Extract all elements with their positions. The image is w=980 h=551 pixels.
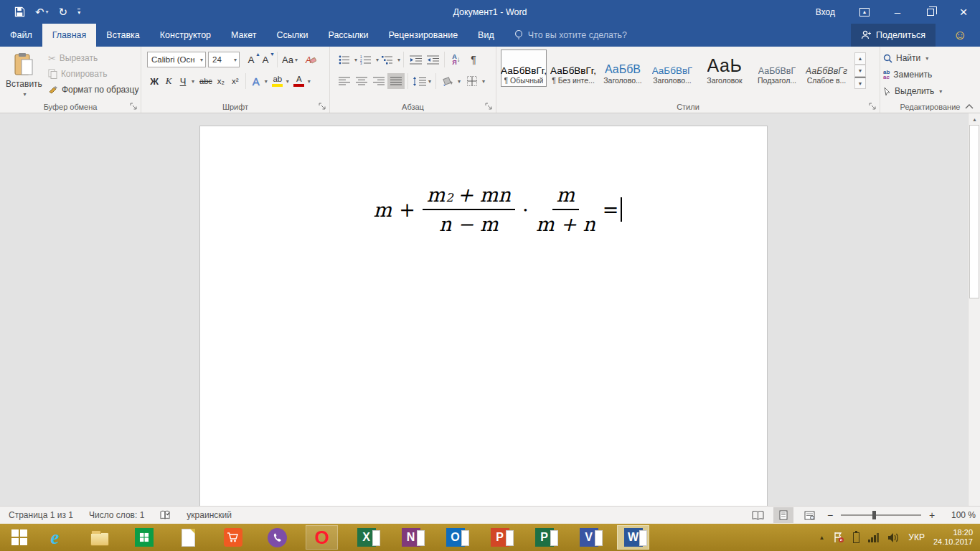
zoom-percentage[interactable]: 100 % (943, 510, 976, 520)
undo-button[interactable]: ↶▾ (35, 6, 49, 19)
language-indicator[interactable]: украинский (187, 510, 232, 520)
taskbar-windows-store[interactable] (128, 525, 160, 550)
text-effects-button[interactable]: А (249, 73, 263, 89)
print-layout-button[interactable] (773, 507, 793, 523)
save-button[interactable] (14, 6, 25, 17)
tab-file[interactable]: Файл (0, 24, 42, 47)
tab-review[interactable]: Рецензирование (379, 24, 468, 47)
change-case-button[interactable]: Аа▾ (281, 52, 299, 67)
styles-scroll-down-button[interactable]: ▼ (854, 65, 866, 77)
scrollbar-thumb[interactable] (969, 125, 979, 298)
web-layout-button[interactable] (799, 507, 819, 523)
numbering-button[interactable]: 123 (357, 52, 374, 67)
replace-button[interactable]: abac Заменить (883, 67, 976, 83)
clear-formatting-button[interactable]: A (303, 52, 318, 67)
minimize-button[interactable]: – (881, 0, 914, 24)
style-subtle-emphasis[interactable]: АаБбВвГг Слабое в... (804, 50, 849, 87)
copy-button[interactable]: Копировать (48, 66, 139, 82)
align-center-button[interactable] (353, 73, 370, 89)
text-effects-dropdown-icon[interactable]: ▾ (265, 78, 268, 85)
vertical-scrollbar[interactable]: ▲ (968, 113, 980, 506)
tell-me-box[interactable]: Что вы хотите сделать? (514, 24, 627, 47)
scroll-up-button[interactable]: ▲ (969, 113, 980, 125)
styles-scroll-up-button[interactable]: ▲ (854, 52, 866, 65)
borders-dropdown-icon[interactable]: ▾ (482, 78, 485, 85)
line-spacing-button[interactable]: ▾ (411, 73, 433, 89)
paste-button[interactable]: Вставить ▾ (6, 50, 42, 100)
underline-dropdown-icon[interactable]: ▾ (192, 78, 194, 85)
share-button[interactable]: Поделиться (851, 24, 936, 47)
zoom-out-button[interactable]: − (825, 509, 835, 521)
paragraph-dialog-launcher-icon[interactable] (485, 103, 493, 110)
zoom-slider-thumb[interactable] (872, 511, 876, 519)
tab-view[interactable]: Вид (468, 24, 504, 47)
tab-home[interactable]: Главная (42, 24, 97, 47)
taskbar-viber[interactable] (261, 525, 293, 550)
style-no-spacing[interactable]: АаБбВвГг, ¶ Без инте... (550, 50, 596, 87)
find-dropdown-icon[interactable]: ▾ (925, 55, 928, 62)
align-right-button[interactable] (370, 73, 387, 89)
equation-block[interactable]: m + m2+ mn n − m ⋅ m m + n = (200, 184, 767, 235)
italic-button[interactable]: К (161, 73, 176, 89)
taskbar-document-app[interactable] (172, 525, 204, 550)
underline-button[interactable]: Ч (176, 73, 190, 89)
document-page[interactable]: m + m2+ mn n − m ⋅ m m + n = (199, 126, 768, 506)
font-name-combobox[interactable]: Calibri (Осн▾ (147, 52, 206, 67)
sort-button[interactable]: АЯ↓ (448, 52, 465, 67)
battery-icon[interactable] (853, 532, 859, 543)
styles-dialog-launcher-icon[interactable] (869, 103, 877, 110)
undo-dropdown-icon[interactable]: ▾ (46, 9, 49, 15)
bold-button[interactable]: Ж (147, 73, 161, 89)
zoom-slider[interactable] (841, 514, 921, 516)
tab-layout[interactable]: Макет (221, 24, 266, 47)
align-left-button[interactable] (336, 73, 353, 89)
increase-indent-button[interactable] (424, 52, 441, 67)
font-dialog-launcher-icon[interactable] (319, 103, 326, 110)
feedback-smiley-icon[interactable]: ☺ (953, 24, 967, 47)
show-hidden-icons-button[interactable]: ▲ (819, 534, 824, 541)
close-button[interactable]: × (947, 0, 980, 24)
multilevel-list-button[interactable] (379, 52, 396, 67)
shading-button[interactable] (439, 73, 456, 89)
highlight-button[interactable]: ab (270, 73, 285, 89)
borders-button[interactable] (463, 73, 481, 89)
style-title[interactable]: АаЬ Заголовок (699, 50, 750, 87)
collapse-ribbon-button[interactable] (964, 103, 974, 110)
superscript-button[interactable]: x² (228, 73, 242, 89)
bullets-button[interactable] (336, 52, 353, 67)
tab-design[interactable]: Конструктор (150, 24, 221, 47)
format-painter-button[interactable]: Формат по образцу (48, 82, 139, 98)
taskbar-onenote[interactable]: N (395, 525, 427, 550)
decrease-indent-button[interactable] (407, 52, 424, 67)
customize-qat-button[interactable]: ▾ (77, 9, 80, 16)
sign-in-button[interactable]: Вход (803, 0, 848, 24)
clock[interactable]: 18:20 24.10.2017 (933, 528, 973, 547)
taskbar-internet-explorer[interactable]: e (39, 525, 71, 550)
taskbar-excel[interactable]: X (350, 525, 382, 550)
document-area[interactable]: m + m2+ mn n − m ⋅ m m + n = ▲ (0, 113, 980, 506)
taskbar-publisher[interactable]: P (528, 525, 560, 550)
taskbar-shop-app[interactable] (217, 525, 249, 550)
find-button[interactable]: Найти ▾ (883, 50, 976, 66)
taskbar-opera[interactable]: O (306, 525, 338, 550)
select-button[interactable]: Выделить ▾ (883, 83, 976, 99)
paste-dropdown-icon[interactable]: ▾ (23, 91, 26, 98)
subscript-button[interactable]: x₂ (214, 73, 228, 89)
highlight-dropdown-icon[interactable]: ▾ (286, 78, 289, 85)
taskbar-file-explorer[interactable] (83, 525, 116, 550)
volume-icon[interactable] (887, 532, 900, 543)
font-color-dropdown-icon[interactable]: ▾ (308, 78, 311, 85)
tab-insert[interactable]: Вставка (96, 24, 149, 47)
cut-button[interactable]: ✂ Вырезать (48, 50, 139, 66)
font-name-dropdown-icon[interactable]: ▾ (200, 57, 203, 63)
tab-references[interactable]: Ссылки (266, 24, 318, 47)
shading-dropdown-icon[interactable]: ▾ (458, 78, 461, 85)
font-size-combobox[interactable]: 24▾ (208, 52, 240, 67)
restore-button[interactable] (914, 0, 947, 24)
ribbon-display-options-button[interactable]: ▲ (848, 0, 881, 24)
justify-button[interactable] (387, 73, 405, 89)
style-normal[interactable]: АаБбВвГг, ¶ Обычный (501, 50, 547, 87)
taskbar-word[interactable]: W (617, 525, 649, 550)
tab-mailings[interactable]: Рассылки (318, 24, 378, 47)
action-center-flag-icon[interactable] (833, 532, 844, 543)
